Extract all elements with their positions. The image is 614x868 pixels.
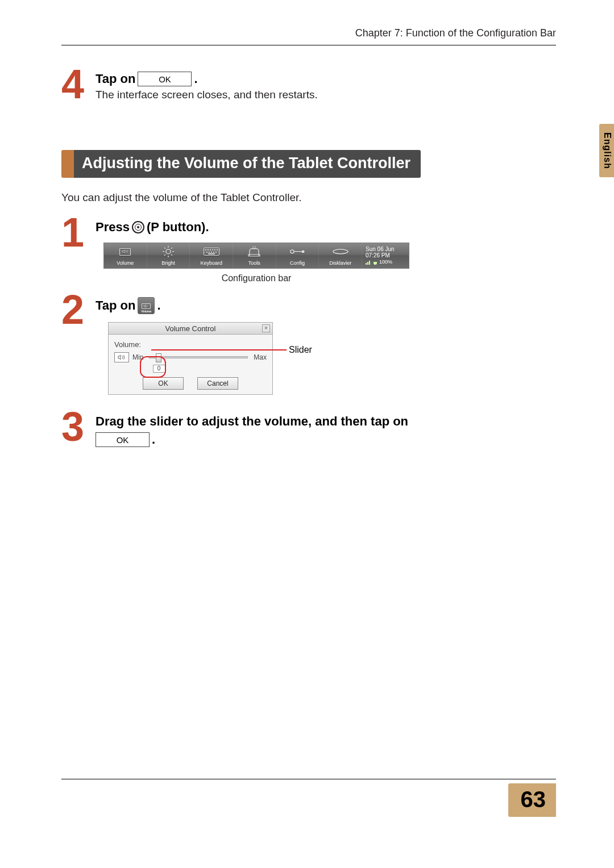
ok-button-graphic: OK [138, 72, 192, 86]
config-bar-label: Disklavier [329, 260, 351, 266]
svg-rect-16 [206, 252, 208, 253]
step1-title-prefix: Press [96, 220, 130, 235]
clock-day: Sun 06 Jun [366, 246, 395, 252]
volume-control-dialog: Volume Control × Volume: Min [108, 322, 273, 395]
p-button-icon [132, 221, 144, 233]
tools-icon [247, 247, 261, 257]
keyboard-icon [204, 248, 219, 256]
config-bar-clock: Sun 06 Jun 07:26 PM 100% [362, 243, 409, 268]
annotation-circle [140, 356, 166, 378]
svg-rect-29 [367, 262, 368, 265]
section-heading: Adjusting the Volume of the Tablet Contr… [61, 150, 556, 178]
cancel-button[interactable]: Cancel [197, 377, 238, 390]
annotation-line [151, 349, 287, 350]
svg-line-7 [171, 248, 172, 249]
config-bar-label: Volume [117, 260, 134, 266]
battery-pct: 100% [379, 260, 392, 265]
annotation-slider-label: Slider [289, 345, 312, 355]
chapter-header: Chapter 7: Function of the Configuration… [61, 27, 556, 45]
step3-title: Drag the slider to adjust the volume, an… [96, 414, 408, 428]
config-bar-item-volume[interactable]: Volume [104, 243, 147, 268]
config-icon [289, 248, 305, 255]
svg-line-8 [164, 254, 165, 256]
config-bar-item-config[interactable]: Config [276, 243, 320, 268]
step-number: 2 [61, 294, 96, 327]
svg-rect-15 [217, 249, 218, 251]
svg-rect-28 [366, 263, 367, 265]
section-accent-bar [61, 150, 74, 178]
slider-max-label: Max [254, 353, 267, 361]
svg-line-5 [164, 248, 165, 249]
step4-title-prefix: Tap on [96, 72, 135, 86]
period: . [157, 298, 160, 313]
volume-tile-label: Volume [142, 310, 152, 313]
svg-point-24 [291, 250, 294, 253]
config-bar-label: Tools [248, 260, 260, 266]
svg-rect-13 [212, 249, 213, 251]
config-bar-caption: Configuration bar [103, 273, 409, 283]
close-button[interactable]: × [262, 324, 270, 332]
volume-icon [119, 248, 131, 256]
period: . [152, 432, 155, 447]
mute-toggle[interactable] [114, 352, 129, 362]
ok-button-graphic: OK [96, 432, 150, 447]
svg-rect-20 [215, 252, 217, 253]
step-1: 1 Press (P button). Volume Brig [61, 216, 556, 283]
step-3: 3 Drag the slider to adjust the volume, … [61, 411, 556, 447]
config-bar-item-disklavier[interactable]: Disklavier [319, 243, 362, 268]
step4-desc: The interface screen closes, and then re… [96, 89, 556, 101]
brightness-icon [162, 245, 175, 258]
svg-point-26 [302, 251, 305, 253]
config-bar-item-keyboard[interactable]: Keyboard [190, 243, 233, 268]
step1-title-suffix: (P button). [147, 220, 209, 235]
svg-rect-22 [248, 254, 260, 256]
svg-line-6 [171, 254, 172, 256]
svg-rect-18 [211, 252, 212, 253]
step-number: 1 [61, 216, 96, 249]
section-intro: You can adjust the volume of the Tablet … [61, 191, 556, 204]
svg-rect-19 [213, 252, 214, 253]
volume-icon [142, 303, 151, 309]
config-bar-item-bright[interactable]: Bright [147, 243, 190, 268]
svg-rect-12 [210, 249, 211, 251]
config-bar-item-tools[interactable]: Tools [233, 243, 276, 268]
svg-point-0 [166, 249, 171, 254]
svg-rect-11 [208, 249, 209, 251]
disklavier-icon [332, 248, 349, 255]
step-4: 4 Tap on OK . The interface screen close… [61, 68, 556, 101]
config-bar-label: Bright [161, 260, 175, 266]
svg-rect-10 [205, 249, 206, 251]
footer-rule [61, 779, 556, 779]
dialog-title: Volume Control [165, 324, 216, 333]
volume-tile-graphic: Volume [138, 297, 155, 314]
svg-rect-14 [214, 249, 215, 251]
period: . [194, 72, 197, 86]
volume-label: Volume: [114, 340, 141, 349]
dialog-titlebar: Volume Control × [108, 322, 273, 335]
configuration-bar: Volume Bright Keyboard [103, 243, 409, 269]
config-bar-label: Config [290, 260, 305, 266]
step-2: 2 Tap on Volume . Volume Control × [61, 294, 556, 395]
section-title: Adjusting the Volume of the Tablet Contr… [74, 150, 421, 178]
plug-icon [373, 260, 377, 265]
step-number: 3 [61, 411, 96, 444]
language-tab: English [599, 124, 614, 177]
signal-icon [366, 260, 371, 265]
config-bar-label: Keyboard [200, 260, 222, 266]
svg-rect-21 [208, 253, 215, 254]
page-number: 63 [508, 783, 557, 817]
svg-rect-17 [209, 252, 210, 253]
clock-time: 07:26 PM [366, 252, 390, 258]
svg-rect-30 [369, 261, 370, 265]
step2-title-prefix: Tap on [96, 298, 135, 313]
svg-point-27 [333, 249, 348, 254]
ok-button[interactable]: OK [143, 377, 184, 390]
step-number: 4 [61, 68, 96, 101]
